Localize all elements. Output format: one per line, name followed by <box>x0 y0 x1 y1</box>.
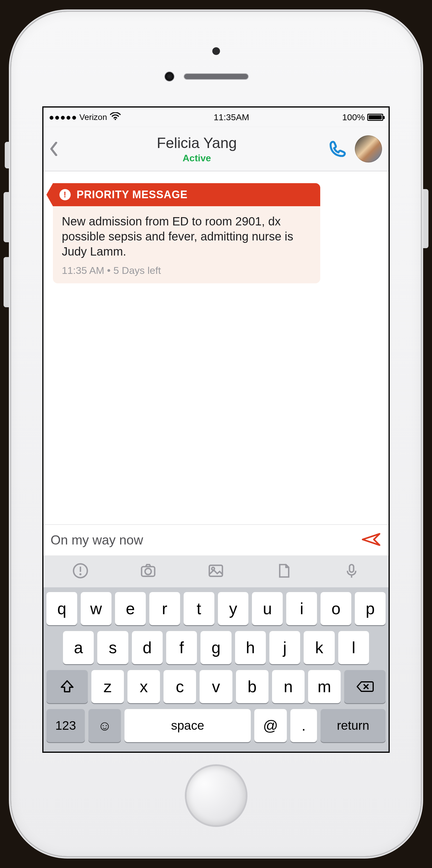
svg-point-5 <box>145 568 151 575</box>
message-input[interactable] <box>51 533 361 548</box>
svg-rect-6 <box>209 565 222 576</box>
shift-key[interactable] <box>47 670 88 703</box>
return-key[interactable]: return <box>320 709 385 742</box>
presence-status: Active <box>182 153 211 164</box>
key-x[interactable]: x <box>127 670 160 703</box>
device-frame: ●●●●● Verizon 11:35AM 100% Felicia Yang … <box>0 0 432 868</box>
power-button <box>421 189 428 248</box>
keyboard-row-4: 123 ☺ space @ . return <box>47 709 385 742</box>
key-r[interactable]: r <box>149 592 180 625</box>
gallery-icon[interactable] <box>202 561 230 582</box>
front-camera <box>164 71 174 82</box>
key-i[interactable]: i <box>286 592 317 625</box>
message-body: New admission from ED to room 2901, dx p… <box>62 214 311 259</box>
key-p[interactable]: p <box>355 592 385 625</box>
send-button[interactable] <box>361 531 381 549</box>
compose-bar <box>44 524 388 555</box>
battery-percent: 100% <box>342 112 365 122</box>
keyboard: qwertyuiop asdfghjkl zxcvbnm 123 ☺ space… <box>44 587 388 752</box>
conversation-header: Felicia Yang Active <box>44 127 388 172</box>
key-w[interactable]: w <box>81 592 112 625</box>
contact-avatar[interactable] <box>355 135 382 162</box>
priority-toggle-icon[interactable] <box>66 561 95 582</box>
key-e[interactable]: e <box>115 592 146 625</box>
keyboard-row-1: qwertyuiop <box>47 592 385 625</box>
conversation-thread[interactable]: ! PRIORITY MESSAGE New admission from ED… <box>44 172 388 524</box>
key-q[interactable]: q <box>47 592 77 625</box>
key-n[interactable]: n <box>272 670 305 703</box>
priority-banner: ! PRIORITY MESSAGE <box>53 183 320 206</box>
svg-rect-8 <box>349 565 354 572</box>
key-m[interactable]: m <box>308 670 341 703</box>
key-z[interactable]: z <box>91 670 124 703</box>
keyboard-row-3: zxcvbnm <box>47 670 385 703</box>
volume-up-button <box>4 192 11 242</box>
numbers-key[interactable]: 123 <box>47 709 85 742</box>
period-key[interactable]: . <box>290 709 317 742</box>
camera-icon[interactable] <box>134 561 162 582</box>
key-k[interactable]: k <box>304 631 335 664</box>
battery-icon <box>367 114 383 121</box>
svg-point-0 <box>115 119 116 120</box>
key-v[interactable]: v <box>200 670 232 703</box>
earpiece-speaker <box>183 73 249 80</box>
key-f[interactable]: f <box>166 631 197 664</box>
proximity-sensor <box>212 47 220 55</box>
signal-strength-icon: ●●●●● <box>49 112 77 122</box>
message-expiry: 5 Days left <box>113 265 161 276</box>
message-meta: 11:35 AM • 5 Days left <box>62 265 311 276</box>
key-t[interactable]: t <box>183 592 214 625</box>
status-bar: ●●●●● Verizon 11:35AM 100% <box>44 107 388 127</box>
contact-name: Felicia Yang <box>157 134 237 152</box>
alert-icon: ! <box>59 189 71 200</box>
key-b[interactable]: b <box>236 670 268 703</box>
microphone-icon[interactable] <box>337 561 366 582</box>
phone-body: ●●●●● Verizon 11:35AM 100% Felicia Yang … <box>11 12 421 856</box>
key-d[interactable]: d <box>132 631 163 664</box>
key-a[interactable]: a <box>63 631 94 664</box>
keyboard-row-2: asdfghjkl <box>47 631 385 664</box>
call-button[interactable] <box>326 140 349 158</box>
meta-separator: • <box>107 265 113 276</box>
wifi-icon <box>110 112 121 122</box>
key-l[interactable]: l <box>338 631 369 664</box>
key-s[interactable]: s <box>97 631 128 664</box>
home-button[interactable] <box>186 766 246 825</box>
screen: ●●●●● Verizon 11:35AM 100% Felicia Yang … <box>42 106 390 753</box>
message-time: 11:35 AM <box>62 265 105 276</box>
key-u[interactable]: u <box>252 592 283 625</box>
incoming-message: ! PRIORITY MESSAGE New admission from ED… <box>53 183 320 283</box>
message-bubble: New admission from ED to room 2901, dx p… <box>53 206 320 283</box>
mute-switch <box>5 142 11 168</box>
key-j[interactable]: j <box>269 631 300 664</box>
back-button[interactable] <box>50 142 68 156</box>
attachment-toolbar <box>44 555 388 587</box>
backspace-key[interactable] <box>344 670 385 703</box>
file-icon[interactable] <box>270 561 298 582</box>
space-key[interactable]: space <box>124 709 251 742</box>
key-o[interactable]: o <box>320 592 351 625</box>
volume-down-button <box>4 257 11 307</box>
priority-label: PRIORITY MESSAGE <box>77 188 188 201</box>
key-y[interactable]: y <box>218 592 249 625</box>
key-h[interactable]: h <box>235 631 266 664</box>
svg-point-3 <box>80 574 81 575</box>
clock: 11:35AM <box>121 112 342 122</box>
emoji-key[interactable]: ☺ <box>88 709 121 742</box>
key-c[interactable]: c <box>164 670 196 703</box>
key-g[interactable]: g <box>200 631 231 664</box>
carrier-label: Verizon <box>80 113 107 122</box>
at-key[interactable]: @ <box>254 709 287 742</box>
